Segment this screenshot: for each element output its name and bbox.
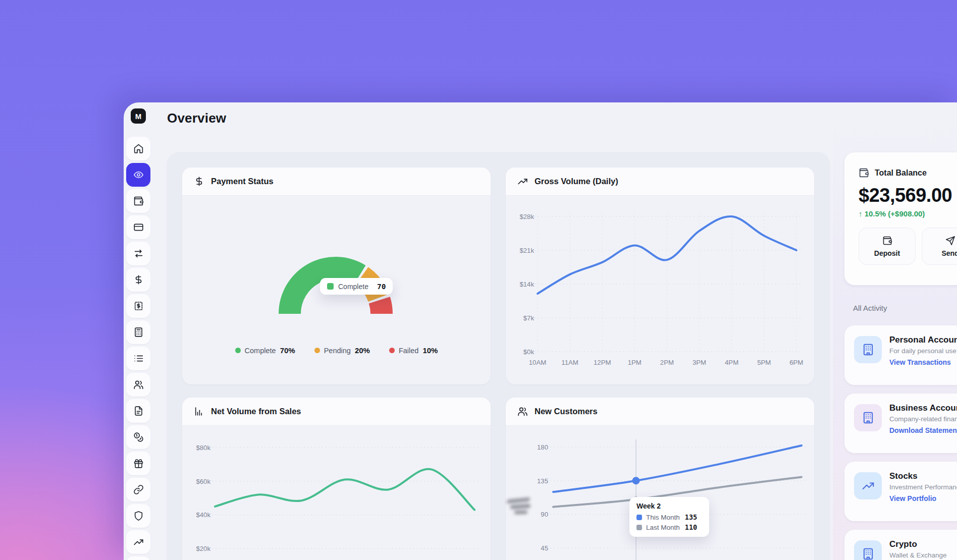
sidebar-item-eye[interactable]	[126, 163, 150, 187]
sidebar-item-coins[interactable]	[126, 425, 150, 449]
svg-text:$7k: $7k	[523, 314, 535, 322]
sidebar-item-transfer[interactable]	[126, 242, 150, 265]
legend-dot-icon	[235, 348, 241, 353]
legend-dot-icon	[389, 348, 395, 353]
file-icon	[133, 406, 144, 416]
svg-text:2PM: 2PM	[660, 359, 674, 366]
wallet-icon	[859, 167, 869, 178]
sidebar-item-link[interactable]	[126, 478, 150, 501]
deposit-button[interactable]: Deposit	[859, 228, 916, 265]
sidebar-item-users[interactable]	[126, 373, 150, 397]
sidebar-item-shield[interactable]	[126, 504, 150, 528]
legend-label: Failed	[399, 347, 419, 355]
card-header: Net Volume from Sales	[182, 398, 491, 426]
svg-text:$14k: $14k	[519, 281, 534, 288]
card-title: Payment Status	[211, 177, 274, 186]
balance-label: Total Balance	[875, 169, 927, 178]
activity-text: Business AccountCompany-related finances…	[889, 403, 957, 435]
coins-icon	[133, 432, 144, 442]
tooltip-label: Complete	[338, 283, 368, 291]
legend-item-pending: Pending20%	[314, 346, 370, 355]
tooltip-rows: This Month135Last Month110	[636, 513, 702, 531]
sidebar-item-dollar[interactable]	[126, 268, 150, 292]
activity-title: Stocks	[889, 471, 957, 481]
sidebar-item-trend[interactable]	[126, 530, 150, 554]
svg-text:45: 45	[541, 544, 548, 552]
svg-text:$40k: $40k	[196, 511, 210, 519]
balance-amount: $23,569.00	[859, 185, 957, 206]
trend-icon	[854, 472, 882, 499]
send-button[interactable]: Send	[922, 228, 957, 265]
legend-dot-icon	[314, 348, 320, 353]
legend-item-failed: Failed10%	[389, 346, 438, 355]
bar-chart-icon	[194, 406, 204, 417]
activity-text: Personal AccountFor daily personal useVi…	[889, 335, 957, 367]
tooltip-row: This Month135	[636, 513, 702, 521]
series-value: 110	[685, 523, 697, 531]
balance-actions: Deposit Send	[859, 228, 957, 265]
sidebar-item-list[interactable]	[126, 347, 150, 370]
card-header: Gross Volume (Daily)	[506, 167, 814, 196]
svg-text:90: 90	[541, 511, 548, 518]
balance-change: ↑ 10.5% (+$908.00)	[859, 209, 957, 218]
activity-card-personal-account[interactable]: Personal AccountFor daily personal useVi…	[844, 325, 957, 385]
activity-subtitle: Investment Performance	[889, 483, 957, 491]
svg-text:11AM: 11AM	[561, 359, 578, 366]
activity-title: Crypto	[889, 539, 947, 549]
sidebar-item-device[interactable]	[126, 556, 150, 560]
eye-icon	[133, 170, 144, 180]
card-title: Gross Volume (Daily)	[535, 177, 618, 186]
activity-link-business-account[interactable]: Download Statements	[889, 426, 957, 434]
sidebar-item-wallet[interactable]	[126, 189, 150, 213]
users-icon	[517, 406, 528, 417]
legend-label: Complete	[245, 347, 276, 355]
gauge-tooltip: Complete 70	[320, 278, 393, 295]
svg-text:5PM: 5PM	[757, 359, 771, 366]
net-volume-line-chart: $80k$60k$40k$20k	[182, 425, 491, 560]
sidebar-item-file[interactable]	[126, 399, 150, 423]
legend-item-complete: Complete70%	[235, 346, 295, 355]
activity-link-stocks[interactable]: View Portfolio	[889, 494, 936, 502]
activity-subtitle: Company-related finances	[889, 415, 957, 423]
activity-list: Personal AccountFor daily personal useVi…	[844, 325, 957, 560]
total-balance-card: Total Balance $23,569.00 ↑ 10.5% (+$908.…	[844, 152, 957, 285]
home-icon	[133, 143, 144, 154]
sidebar-item-card[interactable]	[126, 215, 150, 239]
activity-link-personal-account[interactable]: View Transactions	[889, 358, 951, 366]
svg-text:$28k: $28k	[519, 213, 534, 220]
svg-text:3PM: 3PM	[693, 359, 706, 366]
sidebar-item-calculator[interactable]	[126, 320, 150, 344]
svg-text:180: 180	[537, 443, 548, 451]
activity-subtitle: For daily personal use	[889, 347, 957, 355]
sidebar-item-gift[interactable]	[126, 452, 150, 475]
activity-text: CryptoWallet & Exchange	[889, 539, 947, 559]
legend-value: 20%	[355, 346, 370, 355]
activity-text: StocksInvestment PerformanceView Portfol…	[889, 471, 957, 503]
new-customers-line-chart: 1801359045	[506, 425, 814, 560]
series-square-icon	[636, 525, 642, 530]
wallet-icon	[882, 236, 892, 246]
sidebar-item-receipt[interactable]	[126, 294, 150, 318]
activity-title: Personal Account	[889, 335, 957, 345]
card-header: New Customers	[506, 398, 814, 426]
dollar-icon	[133, 274, 144, 285]
svg-text:10AM: 10AM	[529, 359, 546, 366]
net-volume-card: Net Volume from Sales $80k$60k$40k$20k	[182, 398, 491, 560]
activity-card-crypto[interactable]: CryptoWallet & Exchange	[844, 530, 957, 560]
card-header: Payment Status	[182, 167, 491, 196]
legend-label: Pending	[324, 347, 351, 355]
gift-icon	[133, 458, 144, 469]
series-label: This Month	[646, 514, 680, 521]
activity-card-stocks[interactable]: StocksInvestment PerformanceView Portfol…	[844, 462, 957, 521]
send-icon	[945, 236, 955, 246]
week-tooltip: Week 2 This Month135Last Month110	[629, 497, 709, 537]
svg-text:$80k: $80k	[196, 444, 210, 452]
activity-card-business-account[interactable]: Business AccountCompany-related finances…	[844, 394, 957, 453]
svg-text:135: 135	[537, 477, 548, 485]
legend-value: 70%	[280, 346, 295, 355]
send-label: Send	[941, 249, 957, 257]
sidebar-item-home[interactable]	[126, 137, 150, 160]
series-square-icon	[636, 515, 642, 520]
svg-text:12PM: 12PM	[594, 359, 611, 366]
link-icon	[133, 484, 144, 495]
